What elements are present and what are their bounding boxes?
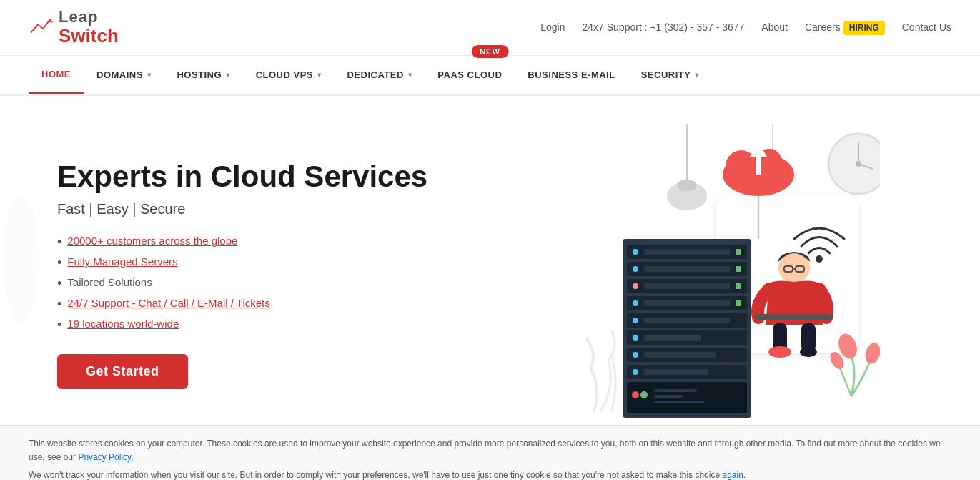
- svg-point-27: [633, 283, 638, 289]
- svg-point-41: [633, 352, 638, 358]
- hero-illustration: [450, 124, 951, 425]
- login-link[interactable]: Login: [540, 21, 565, 33]
- svg-point-48: [640, 391, 648, 398]
- hero-section: Experts in Cloud Services Fast | Easy | …: [0, 96, 980, 425]
- bullet-support: 24/7 Support - Chat / Call / E-Mail / Ti…: [57, 297, 450, 310]
- bullet-support-text[interactable]: 24/7 Support - Chat / Call / E-Mail / Ti…: [67, 297, 269, 309]
- hero-subtitle: Fast | Easy | Secure: [57, 201, 450, 217]
- bullet-tailored: Tailored Solutions: [57, 276, 450, 290]
- svg-rect-32: [644, 300, 730, 306]
- bullet-customers: 20000+ customers across the globe: [57, 235, 450, 248]
- careers-link[interactable]: Careers: [805, 21, 841, 33]
- svg-rect-36: [644, 318, 730, 323]
- svg-point-63: [863, 341, 880, 366]
- svg-point-31: [633, 300, 638, 306]
- domains-arrow: ▾: [147, 71, 152, 79]
- bullet-locations-text[interactable]: 19 locations world-wide: [67, 318, 179, 330]
- logo-leap: Leap: [59, 9, 119, 26]
- svg-point-1: [4, 195, 39, 323]
- cloudvps-arrow: ▾: [317, 71, 322, 79]
- hero-content: Experts in Cloud Services Fast | Easy | …: [57, 160, 450, 389]
- svg-rect-24: [644, 266, 730, 272]
- svg-rect-20: [644, 249, 730, 255]
- svg-rect-51: [654, 401, 704, 403]
- support-phone: 24x7 Support : +1 (302) - 357 - 3677: [582, 21, 744, 33]
- logo-icon: [29, 14, 54, 40]
- svg-point-35: [633, 318, 638, 323]
- svg-point-44: [633, 369, 638, 375]
- hero-bullet-list: 20000+ customers across the globe Fully …: [57, 235, 450, 331]
- hero-title: Experts in Cloud Services: [57, 160, 450, 194]
- bullet-customers-text[interactable]: 20000+ customers across the globe: [67, 235, 237, 247]
- nav-item-paascloud[interactable]: PAAS CLOUD: [425, 57, 515, 93]
- svg-point-61: [800, 347, 817, 357]
- main-navigation: NEW HOME DOMAINS ▾ HOSTING ▾ CLOUD VPS ▾…: [0, 56, 980, 96]
- cookie-line-1: This website stores cookies on your comp…: [29, 437, 951, 464]
- logo-text: Leap Switch: [59, 9, 119, 46]
- new-badge-container: NEW: [471, 44, 509, 57]
- svg-point-23: [633, 266, 638, 272]
- svg-rect-25: [736, 266, 741, 272]
- svg-point-60: [768, 346, 791, 358]
- svg-point-7: [828, 134, 880, 194]
- svg-rect-57: [755, 314, 833, 320]
- svg-point-52: [816, 255, 823, 263]
- svg-point-10: [856, 161, 861, 167]
- nav-item-hosting[interactable]: HOSTING ▾: [164, 57, 242, 93]
- cookie-banner: This website stores cookies on your comp…: [0, 425, 980, 480]
- server-illustration: [523, 124, 880, 425]
- nav-item-businessemail[interactable]: BUSINESS E-MAIL: [515, 57, 628, 93]
- nav-item-domains[interactable]: DOMAINS ▾: [84, 57, 164, 93]
- svg-rect-50: [654, 395, 683, 398]
- logo-switch: Switch: [59, 26, 119, 46]
- nav-item-cloudvps[interactable]: CLOUD VPS ▾: [243, 57, 335, 93]
- svg-point-47: [632, 391, 639, 398]
- bullet-managed-text[interactable]: Fully Managed Servers: [67, 255, 177, 268]
- nav-item-dedicated[interactable]: DEDICATED ▾: [334, 57, 425, 93]
- bg-leaf-decoration: [0, 187, 43, 333]
- nav-item-home[interactable]: HOME: [29, 56, 84, 94]
- cookie-again-link[interactable]: again.: [722, 470, 746, 480]
- logo[interactable]: Leap Switch: [29, 9, 119, 46]
- bullet-managed: Fully Managed Servers: [57, 255, 450, 269]
- privacy-policy-link[interactable]: Privacy Policy.: [78, 452, 133, 462]
- hiring-badge: HIRING: [843, 21, 885, 35]
- hosting-arrow: ▾: [226, 71, 230, 79]
- get-started-button[interactable]: Get Started: [57, 354, 188, 389]
- new-badge: NEW: [471, 45, 509, 58]
- svg-rect-42: [644, 352, 716, 358]
- top-navigation: Login 24x7 Support : +1 (302) - 357 - 36…: [540, 21, 951, 33]
- svg-rect-21: [736, 249, 741, 255]
- svg-point-4: [677, 180, 697, 191]
- security-arrow: ▾: [695, 71, 699, 79]
- contact-us-link[interactable]: Contact Us: [902, 21, 951, 33]
- careers-group: CareersHIRING: [805, 21, 885, 33]
- svg-point-19: [633, 249, 638, 255]
- about-link[interactable]: About: [761, 21, 788, 33]
- svg-rect-33: [736, 300, 741, 306]
- svg-rect-28: [644, 283, 730, 289]
- svg-rect-49: [654, 389, 697, 392]
- svg-rect-29: [736, 283, 741, 289]
- svg-point-38: [633, 335, 638, 341]
- svg-rect-45: [644, 369, 708, 375]
- nav-item-security[interactable]: SECURITY ▾: [628, 57, 712, 93]
- cookie-line-2: We won't track your information when you…: [29, 469, 951, 480]
- bullet-tailored-text: Tailored Solutions: [67, 276, 152, 288]
- dedicated-arrow: ▾: [408, 71, 412, 79]
- bullet-locations: 19 locations world-wide: [57, 318, 450, 331]
- svg-rect-39: [644, 335, 701, 341]
- nav-items-list: HOME DOMAINS ▾ HOSTING ▾ CLOUD VPS ▾ DED…: [29, 56, 712, 94]
